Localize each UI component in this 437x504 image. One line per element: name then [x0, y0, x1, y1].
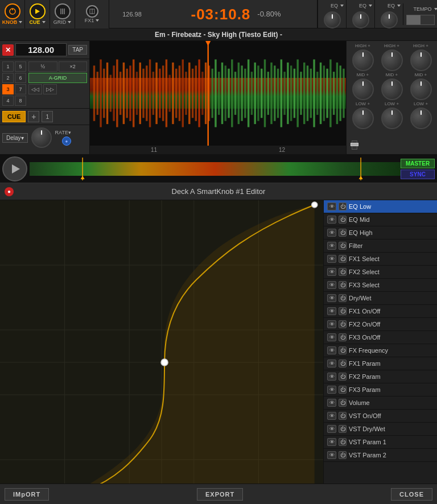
param-power-btn-6[interactable]: ⏻: [339, 281, 347, 289]
param-eye-btn-4[interactable]: 👁: [327, 255, 336, 263]
sync-button[interactable]: SYNC: [401, 170, 435, 179]
eq-low-3[interactable]: [410, 108, 432, 129]
master-fader[interactable]: [352, 141, 357, 150]
param-item-vst-param-2[interactable]: 👁⏻VST Param 2: [324, 449, 437, 462]
cue-top-button[interactable]: CUE: [25, 0, 50, 28]
delay-btn[interactable]: Delay▾: [2, 133, 28, 143]
param-eye-btn-1[interactable]: 👁: [327, 216, 336, 224]
param-power-btn-9[interactable]: ⏻: [339, 320, 347, 328]
eq3-knob[interactable]: [381, 11, 398, 28]
fx1-button[interactable]: FX1: [75, 0, 109, 28]
param-eye-btn-3[interactable]: 👁: [327, 242, 336, 250]
param-item-fx3-param[interactable]: 👁⏻FX3 Param: [324, 383, 437, 396]
param-power-btn-18[interactable]: ⏻: [339, 438, 347, 446]
num-2[interactable]: 2: [2, 73, 14, 83]
param-item-eq-high[interactable]: 👁⏻EQ High: [324, 226, 437, 239]
param-eye-btn-13[interactable]: 👁: [327, 373, 336, 381]
param-power-btn-0[interactable]: ⏻: [339, 203, 347, 210]
param-eye-btn-5[interactable]: 👁: [327, 268, 336, 276]
import-button[interactable]: IMpORT: [5, 488, 49, 501]
param-power-btn-11[interactable]: ⏻: [339, 346, 347, 354]
param-eye-btn-12[interactable]: 👁: [327, 360, 336, 367]
close-button[interactable]: CLOSE: [391, 488, 432, 501]
param-power-btn-7[interactable]: ⏻: [339, 294, 347, 302]
param-item-volume[interactable]: 👁⏻Volume: [324, 396, 437, 410]
num-display[interactable]: 1: [42, 111, 53, 122]
play-button[interactable]: [2, 156, 27, 181]
eq-high-1[interactable]: [352, 49, 374, 71]
param-item-vst-param-1[interactable]: 👁⏻VST Param 1: [324, 436, 437, 449]
param-item-fx1-on-off[interactable]: 👁⏻FX1 On/Off: [324, 305, 437, 318]
param-power-btn-2[interactable]: ⏻: [339, 229, 347, 237]
param-item-fx3-select[interactable]: 👁⏻FX3 Select: [324, 279, 437, 292]
eq-high-3[interactable]: [410, 49, 432, 71]
param-eye-btn-8[interactable]: 👁: [327, 307, 336, 315]
eq-low-2[interactable]: [381, 108, 403, 129]
num-7[interactable]: 7: [15, 84, 26, 94]
eq2-knob[interactable]: [352, 11, 369, 28]
param-item-eq-low[interactable]: 👁⏻EQ Low: [324, 200, 437, 213]
param-item-fx2-on-off[interactable]: 👁⏻FX2 On/Off: [324, 318, 437, 331]
param-item-fx1-select[interactable]: 👁⏻FX1 Select: [324, 253, 437, 266]
param-item-fx1-param[interactable]: 👁⏻FX1 Param: [324, 357, 437, 370]
export-button[interactable]: EXPORT: [197, 488, 243, 501]
eq-mid-2[interactable]: [381, 79, 403, 100]
param-eye-btn-9[interactable]: 👁: [327, 320, 336, 328]
rate-knob[interactable]: [31, 127, 52, 148]
tempo-slider[interactable]: [406, 15, 435, 25]
num-3[interactable]: 3: [2, 84, 14, 94]
next-btn[interactable]: ▷▷: [43, 84, 57, 94]
param-eye-btn-0[interactable]: 👁: [327, 203, 336, 210]
eq-high-2[interactable]: [381, 49, 403, 71]
overview-waveform[interactable]: [30, 158, 401, 180]
param-item-vst-on-off[interactable]: 👁⏻VST On/Off: [324, 410, 437, 423]
eq-mid-1[interactable]: [352, 79, 374, 100]
param-item-filter[interactable]: 👁⏻Filter: [324, 239, 437, 253]
num-6[interactable]: 6: [15, 73, 26, 83]
curve-panel[interactable]: [0, 200, 323, 504]
eq-mid-3[interactable]: [410, 79, 432, 100]
param-item-dry-wet[interactable]: 👁⏻Dry/Wet: [324, 292, 437, 305]
param-item-fx2-select[interactable]: 👁⏻FX2 Select: [324, 266, 437, 279]
half-btn[interactable]: ½: [28, 61, 57, 72]
double-btn[interactable]: ×2: [59, 61, 88, 72]
param-power-btn-19[interactable]: ⏻: [339, 451, 347, 459]
param-item-fx-frequency[interactable]: 👁⏻FX Frequency: [324, 344, 437, 357]
plus-btn[interactable]: +: [28, 111, 39, 122]
eq-low-1[interactable]: [352, 108, 374, 129]
fx1-dropdown[interactable]: FX1: [85, 18, 100, 23]
param-power-btn-15[interactable]: ⏻: [339, 399, 347, 407]
param-power-btn-4[interactable]: ⏻: [339, 255, 347, 263]
param-power-btn-12[interactable]: ⏻: [339, 360, 347, 367]
param-eye-btn-19[interactable]: 👁: [327, 451, 336, 459]
sync-light[interactable]: ●: [62, 137, 71, 146]
param-eye-btn-7[interactable]: 👁: [327, 294, 336, 302]
param-eye-btn-14[interactable]: 👁: [327, 386, 336, 394]
param-item-fx3-on-off[interactable]: 👁⏻FX3 On/Off: [324, 331, 437, 344]
prev-btn[interactable]: ◁◁: [28, 84, 42, 94]
curve-point-mid[interactable]: [161, 359, 168, 366]
param-power-btn-5[interactable]: ⏻: [339, 268, 347, 276]
grid-dropdown[interactable]: GRID: [53, 19, 72, 25]
waveform-main[interactable]: [90, 41, 346, 146]
param-eye-btn-2[interactable]: 👁: [327, 229, 336, 237]
param-eye-btn-17[interactable]: 👁: [327, 425, 336, 433]
curve-point-end[interactable]: [312, 202, 318, 208]
param-eye-btn-6[interactable]: 👁: [327, 281, 336, 289]
param-power-btn-16[interactable]: ⏻: [339, 412, 347, 420]
param-power-btn-8[interactable]: ⏻: [339, 307, 347, 315]
num-4[interactable]: 8: [15, 96, 26, 106]
grid-button[interactable]: GRID: [50, 0, 75, 28]
num-8[interactable]: 4: [2, 96, 14, 106]
param-item-vst-dry-wet[interactable]: 👁⏻VST Dry/Wet: [324, 423, 437, 436]
param-power-btn-10[interactable]: ⏻: [339, 333, 347, 341]
master-button[interactable]: MASTER: [401, 159, 435, 168]
cue-dropdown[interactable]: CUE: [29, 19, 45, 25]
param-eye-btn-15[interactable]: 👁: [327, 399, 336, 407]
param-eye-btn-11[interactable]: 👁: [327, 346, 336, 354]
num-1[interactable]: 1: [2, 61, 14, 72]
param-power-btn-1[interactable]: ⏻: [339, 216, 347, 224]
param-eye-btn-10[interactable]: 👁: [327, 333, 336, 341]
knob-button[interactable]: KNOB: [0, 0, 25, 28]
eq1-knob[interactable]: [324, 11, 341, 28]
